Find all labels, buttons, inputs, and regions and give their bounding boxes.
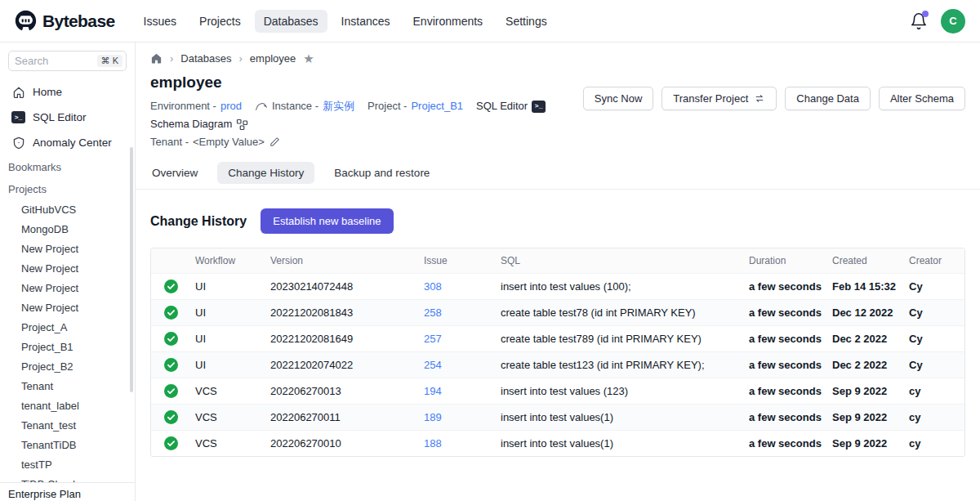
sidebar-scrollbar[interactable] <box>130 147 133 392</box>
notification-dot <box>922 11 929 17</box>
sync-now-button[interactable]: Sync Now <box>583 87 654 110</box>
schema-diagram-icon <box>236 119 248 131</box>
breadcrumb-employee[interactable]: employee <box>250 52 296 65</box>
sidebar-project-project-b1[interactable]: Project_B1 <box>0 337 135 356</box>
sidebar-project-tenant-label[interactable]: tenant_label <box>0 396 135 415</box>
sidebar-section-projects[interactable]: Projects <box>0 177 135 199</box>
cell-workflow: VCS <box>190 379 265 403</box>
meta-schema-diagram[interactable]: Schema Diagram <box>150 115 248 133</box>
table-row[interactable]: VCS 202206270013 194 insert into test va… <box>151 378 964 404</box>
sidebar-project-tenant-test[interactable]: Tenant_test <box>0 415 135 435</box>
cell-version: 20221202074022 <box>265 353 419 377</box>
alter-schema-button[interactable]: Alter Schema <box>879 87 965 110</box>
nav-item-databases[interactable]: Databases <box>255 10 327 33</box>
cell-issue: 254 <box>419 353 496 377</box>
meta-environment: Environment - prod <box>150 97 242 115</box>
breadcrumb-home-icon[interactable] <box>150 52 163 65</box>
sidebar-project-new-project-4[interactable]: New Project <box>0 297 135 317</box>
issue-link[interactable]: 188 <box>424 437 442 450</box>
sidebar-item-label: Home <box>33 86 62 98</box>
instance-link[interactable]: 新实例 <box>323 97 354 115</box>
tab-backup-and-restore[interactable]: Backup and restore <box>332 162 431 184</box>
sidebar-item-sql-editor[interactable]: >_ SQL Editor <box>0 105 135 130</box>
change-data-button[interactable]: Change Data <box>785 87 871 110</box>
tabs-divider <box>136 189 980 190</box>
establish-new-baseline-button[interactable]: Establish new baseline <box>261 208 393 234</box>
nav-item-projects[interactable]: Projects <box>190 10 250 33</box>
cell-sql: create table test789 (id int PRIMARY KEY… <box>496 327 744 351</box>
table-row[interactable]: UI 20230214072448 308 insert into test v… <box>151 273 964 299</box>
terminal-icon: >_ <box>11 110 25 124</box>
table-row[interactable]: UI 20221202074022 254 create table test1… <box>151 351 964 378</box>
sidebar-project-project-b2[interactable]: Project_B2 <box>0 356 135 376</box>
search-shortcut-badge: ⌘ K <box>97 55 122 67</box>
transfer-project-button[interactable]: Transfer Project <box>662 87 777 110</box>
table-row[interactable]: VCS 202206270011 189 insert into test va… <box>151 404 964 430</box>
cell-duration: a few seconds <box>744 432 827 455</box>
sidebar-project-mongodb[interactable]: MongoDB <box>0 219 135 239</box>
sidebar-search[interactable]: ⌘ K <box>8 51 127 71</box>
project-link[interactable]: Project_B1 <box>411 97 463 115</box>
tab-change-history[interactable]: Change History <box>217 162 314 184</box>
table-header-row: Workflow Version Issue SQL Duration Crea… <box>151 248 964 273</box>
sidebar-item-anomaly-center[interactable]: Anomaly Center <box>0 130 135 155</box>
cell-creator: Cy <box>904 353 964 377</box>
cell-sql: create table test78 (id int PRIMARY KEY) <box>496 301 744 324</box>
edit-tenant-pencil-icon[interactable] <box>269 136 280 148</box>
column-version: Version <box>265 248 419 273</box>
issue-link[interactable]: 257 <box>424 333 442 345</box>
cell-issue: 257 <box>419 327 496 351</box>
issue-link[interactable]: 258 <box>424 306 442 319</box>
table-row[interactable]: UI 20221202081649 257 create table test7… <box>151 325 964 351</box>
home-icon <box>11 85 25 99</box>
sidebar-project-tenanttidb[interactable]: TenantTiDB <box>0 435 135 454</box>
nav-item-instances[interactable]: Instances <box>332 10 399 33</box>
cell-creator: cy <box>904 379 964 403</box>
cell-sql: insert into test values (123) <box>496 379 744 403</box>
terminal-icon: >_ <box>532 101 546 113</box>
sidebar-project-testtp[interactable]: testTP <box>0 454 135 474</box>
success-check-icon <box>151 274 190 299</box>
main-nav: Issues Projects Databases Instances Envi… <box>135 10 556 33</box>
cell-duration: a few seconds <box>744 405 827 429</box>
environment-link[interactable]: prod <box>220 97 242 115</box>
cell-version: 20221202081843 <box>265 301 419 324</box>
issue-link[interactable]: 254 <box>424 359 442 371</box>
sidebar-item-home[interactable]: Home <box>0 79 135 105</box>
meta-sql-editor[interactable]: SQL Editor >_ <box>476 97 546 115</box>
issue-link[interactable]: 308 <box>424 280 442 293</box>
main-content: › Databases › employee ★ employee Sync N… <box>136 42 980 501</box>
issue-link[interactable]: 194 <box>424 385 442 397</box>
sidebar-project-new-project-3[interactable]: New Project <box>0 278 135 297</box>
nav-item-settings[interactable]: Settings <box>497 10 556 33</box>
cell-duration: a few seconds <box>744 353 827 377</box>
sidebar-section-bookmarks[interactable]: Bookmarks <box>0 155 135 177</box>
favorite-star-icon[interactable]: ★ <box>303 52 314 65</box>
table-row[interactable]: UI 20221202081843 258 create table test7… <box>151 299 964 325</box>
shield-icon <box>11 136 25 150</box>
sidebar-project-new-project-1[interactable]: New Project <box>0 239 135 258</box>
success-check-icon <box>151 326 190 351</box>
sidebar-project-tenant[interactable]: Tenant <box>0 376 135 396</box>
cell-duration: a few seconds <box>744 275 827 298</box>
search-input[interactable] <box>15 55 97 67</box>
breadcrumb-databases[interactable]: Databases <box>180 52 231 65</box>
cell-sql: create table test123 (id int PRIMARY KEY… <box>496 353 744 377</box>
cell-created: Dec 2 2022 <box>827 327 904 351</box>
sidebar-project-new-project-2[interactable]: New Project <box>0 258 135 278</box>
sidebar-item-label: SQL Editor <box>33 111 87 123</box>
sidebar-project-project-a[interactable]: Project_A <box>0 317 135 337</box>
bytebase-logo[interactable]: Bytebase <box>15 10 115 32</box>
transfer-arrows-icon <box>754 93 765 104</box>
tab-overview[interactable]: Overview <box>150 162 199 184</box>
plan-badge[interactable]: Enterprise Plan <box>0 482 135 501</box>
notification-bell-icon[interactable] <box>910 12 928 30</box>
user-avatar[interactable]: C <box>941 9 965 34</box>
nav-item-issues[interactable]: Issues <box>135 10 185 33</box>
nav-item-environments[interactable]: Environments <box>404 10 492 33</box>
cell-workflow: VCS <box>190 432 265 455</box>
sidebar-project-githubvcs[interactable]: GitHubVCS <box>0 199 135 219</box>
topnav-right: C <box>910 9 965 34</box>
issue-link[interactable]: 189 <box>424 411 442 423</box>
table-row[interactable]: VCS 202206270010 188 insert into test va… <box>151 430 964 456</box>
